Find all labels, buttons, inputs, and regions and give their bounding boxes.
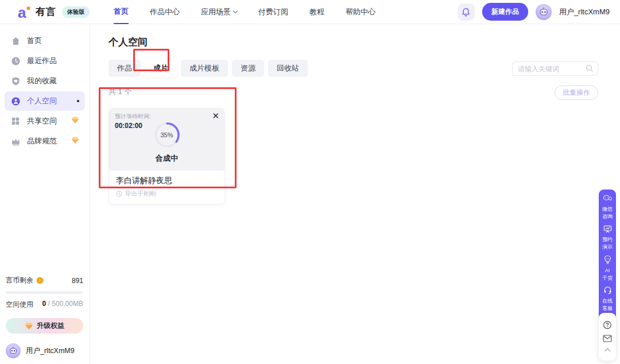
user-avatar[interactable] [536,4,552,20]
gem-icon [25,322,33,330]
sidebar: 首页 最近作品 我的收藏 个人空间 共享空间 [0,24,90,364]
tab-works[interactable]: 作品 [108,60,141,77]
tab-resources[interactable]: 资源 [232,60,264,77]
logo-icon: a [17,5,32,20]
video-title: 李白讲解静夜思 [116,176,218,186]
video-card[interactable]: 预计等待时间: 00:02:00 ✕ 35% 合成中 李白讲解静夜思 [108,108,225,204]
nav-item-subscription[interactable]: 付费订阅 [258,0,288,24]
bell-icon [462,7,470,17]
help-widget [599,313,616,361]
new-work-button[interactable]: 新建作品 [482,3,528,21]
help-icon[interactable] [603,320,612,330]
items-count: 共 1 个 [108,87,131,97]
favorites-icon [10,76,21,86]
page: a 有言 体验版 首页 作品中心 应用场景 付费订阅 教程 帮助中心 [0,0,620,364]
search-box [512,61,598,76]
synthesis-status: 合成中 [156,153,178,164]
online-support-button[interactable]: 在线 客服 [602,286,613,312]
mail-icon[interactable] [603,335,612,342]
coin-balance-label: 言币剩余 [6,276,33,285]
nav-item-home[interactable]: 首页 [114,0,129,24]
progress-ring: 35% [153,121,181,149]
sidebar-item-label: 个人空间 [27,96,57,106]
sidebar-username: 用户_rltcXmM9 [26,346,75,356]
upgrade-button[interactable]: 升级权益 [6,318,83,334]
coin-balance-row: 言币剩余 891 [6,276,83,285]
sidebar-item-home[interactable]: 首页 [5,31,85,51]
search-icon [586,64,594,75]
nav-item-tutorials[interactable]: 教程 [309,0,324,24]
wait-time-value: 00:02:00 [115,122,151,130]
close-icon[interactable]: ✕ [212,111,219,121]
crown-icon [10,137,21,146]
trial-version-badge: 体验版 [62,6,90,18]
ai-tips-button[interactable]: AI 干货 [602,255,613,281]
svg-text:a: a [18,5,26,20]
clock-icon [116,191,122,197]
estimated-wait-block: 预计等待时间: 00:02:00 [115,113,151,130]
video-card-preview: 预计等待时间: 00:02:00 ✕ 35% 合成中 [109,109,224,171]
chevron-down-icon [233,8,238,13]
sidebar-item-label: 共享空间 [27,116,57,126]
header-right: 新建作品 用户_rltcXmM9 [458,3,610,21]
user-avatar [6,343,21,358]
sidebar-account-panel: 言币剩余 891 空间使用 0 / 500.00MB 升级权益 [0,276,89,364]
home-icon [10,36,21,46]
brand-logo[interactable]: a 有言 体验版 [17,5,90,20]
demo-icon [603,224,612,235]
list-header-row: 共 1 个 批量操作 [108,86,598,98]
top-nav-menu: 首页 作品中心 应用场景 付费订阅 教程 帮助中心 [114,0,375,24]
sidebar-user-row[interactable]: 用户_rltcXmM9 [6,343,83,358]
shared-space-icon [10,117,21,126]
storage-usage-row: 空间使用 0 / 500.00MB [6,300,83,309]
storage-usage-label: 空间使用 [6,300,33,309]
notifications-button[interactable] [458,3,475,21]
sidebar-item-favorites[interactable]: 我的收藏 [5,71,85,91]
sidebar-item-label: 首页 [27,36,42,46]
sidebar-item-personal-space[interactable]: 个人空间 [5,91,85,111]
batch-actions-button[interactable]: 批量操作 [555,86,598,100]
scroll-to-top-chevron-up-icon[interactable] [604,348,610,354]
ai-tips-icon [603,255,612,266]
nav-item-works-center[interactable]: 作品中心 [150,0,180,24]
coin-icon [36,277,44,284]
tab-finished-videos[interactable]: 成片 [145,60,177,77]
export-time-text: 导出于刚刚 [125,189,156,198]
storage-progress-bar [6,291,83,294]
wechat-icon [603,195,612,205]
headset-icon [603,286,612,297]
gem-icon [71,137,79,146]
book-demo-button[interactable]: 预约 演示 [602,224,613,250]
sidebar-item-label: 我的收藏 [27,76,57,86]
brand-name: 有言 [36,5,56,18]
tab-recycle-bin[interactable]: 回收站 [268,60,308,77]
storage-total-value: / 500.00MB [46,300,83,308]
video-card-info: 李白讲解静夜思 导出于刚刚 [109,171,224,204]
header-username[interactable]: 用户_rltcXmM9 [559,7,610,17]
recent-icon [10,56,21,66]
wechat-consult-button[interactable]: 微信 咨询 [602,195,613,220]
page-title: 个人空间 [108,36,598,49]
top-navbar: a 有言 体验版 首页 作品中心 应用场景 付费订阅 教程 帮助中心 [0,0,620,24]
sidebar-item-label: 品牌规范 [27,136,57,146]
sidebar-item-label: 最近作品 [27,56,57,66]
progress-percent: 35% [153,121,181,149]
notification-dot [77,100,79,102]
tab-video-templates[interactable]: 成片模板 [181,60,228,77]
sidebar-item-recent-works[interactable]: 最近作品 [5,51,85,71]
sidebar-item-brand-guidelines[interactable]: 品牌规范 [5,131,85,151]
personal-space-icon [10,96,21,106]
gem-icon [71,117,79,126]
nav-item-help-center[interactable]: 帮助中心 [346,0,375,24]
nav-item-use-cases[interactable]: 应用场景 [201,0,237,24]
tabs-row: 作品 成片 成片模板 资源 回收站 [108,60,598,77]
wait-time-label: 预计等待时间: [115,113,151,121]
coin-balance-value: 891 [72,277,83,285]
sidebar-item-shared-space[interactable]: 共享空间 [5,111,85,131]
export-time-row: 导出于刚刚 [116,189,218,198]
floating-contact-toolbar: 微信 咨询 预约 演示 AI 干货 [599,189,616,326]
main-content: 个人空间 作品 成片 成片模板 资源 回收站 共 1 个 批量操作 预计等待时间… [91,24,620,364]
